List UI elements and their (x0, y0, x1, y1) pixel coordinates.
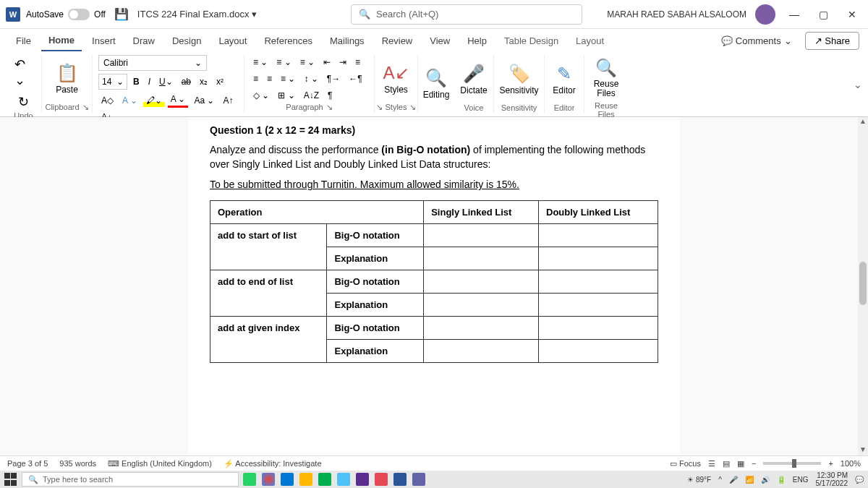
paste-button[interactable]: 📋 Paste (50, 60, 84, 98)
superscript-button[interactable]: x² (213, 75, 226, 88)
whatsapp-icon[interactable] (243, 473, 256, 486)
share-button[interactable]: ↗ Share (805, 32, 859, 50)
scroll-up-icon[interactable]: ▲ (858, 117, 868, 127)
multilevel-button[interactable]: ≡ ⌄ (297, 56, 318, 69)
maximize-button[interactable]: ▢ (813, 4, 833, 25)
notifications-icon[interactable]: 💬 (855, 476, 864, 484)
tab-design[interactable]: Design (165, 31, 208, 51)
align-left-button[interactable]: ≡ (352, 56, 363, 69)
tab-view[interactable]: View (422, 31, 457, 51)
app-icon[interactable] (318, 473, 331, 486)
tab-help[interactable]: Help (460, 31, 494, 51)
tab-mailings[interactable]: Mailings (323, 31, 372, 51)
decrease-indent-button[interactable]: ⇤ (320, 56, 333, 69)
strikethrough-button[interactable]: ab (179, 75, 194, 88)
align-right-button[interactable]: ≡ (264, 72, 275, 85)
tab-table-layout[interactable]: Layout (569, 31, 611, 51)
print-layout-button[interactable]: ▤ (723, 459, 730, 468)
line-spacing-button[interactable]: ↕ ⌄ (301, 72, 320, 85)
clipboard-launcher-icon[interactable]: ↘ (82, 103, 89, 112)
explorer-icon[interactable] (299, 473, 312, 486)
app-icon[interactable] (337, 473, 350, 486)
sensitivity-button[interactable]: 🏷️ Sensitivity (493, 61, 544, 98)
tab-layout[interactable]: Layout (211, 31, 254, 51)
styles-button[interactable]: A↙ Styles (378, 60, 415, 98)
numbering-button[interactable]: ≡ ⌄ (273, 56, 294, 69)
styles-launcher-icon[interactable]: ↘ (376, 103, 383, 112)
start-button[interactable] (4, 473, 17, 486)
store-icon[interactable] (281, 473, 294, 486)
app-icon[interactable] (375, 473, 388, 486)
focus-button[interactable]: ▭ Focus (670, 459, 701, 468)
teams-icon[interactable] (412, 473, 425, 486)
tray-battery-icon[interactable]: 🔋 (777, 476, 786, 484)
redo-button[interactable]: ↻ (15, 93, 32, 111)
zoom-out-button[interactable]: − (752, 459, 756, 468)
word-icon[interactable] (393, 473, 407, 486)
font-size-select[interactable]: 14⌄ (98, 74, 127, 90)
increase-indent-button[interactable]: ⇥ (336, 56, 349, 69)
close-button[interactable]: ✕ (842, 4, 862, 25)
page-content[interactable]: Question 1 (2 x 12 = 24 marks) Analyze a… (188, 117, 680, 455)
editor-button[interactable]: ✎ Editor (547, 61, 581, 98)
scroll-thumb[interactable] (859, 262, 867, 305)
undo-button[interactable]: ↶ ⌄ (12, 55, 35, 90)
clear-formatting-button[interactable]: A◇ (98, 94, 116, 107)
font-name-select[interactable]: Calibri⌄ (98, 55, 207, 71)
scroll-down-icon[interactable]: ▼ (858, 445, 868, 455)
comments-button[interactable]: 💬 Comments ⌄ (714, 33, 799, 49)
web-layout-button[interactable]: ▦ (737, 459, 744, 468)
reuse-files-button[interactable]: 🔍 Reuse Files (588, 55, 625, 101)
vs-icon[interactable] (356, 473, 369, 486)
vertical-scrollbar[interactable]: ▲ ▼ (858, 117, 868, 455)
minimize-button[interactable]: — (784, 4, 804, 25)
subscript-button[interactable]: x₂ (197, 75, 210, 88)
tray-mic-icon[interactable]: 🎤 (729, 476, 738, 484)
document-area[interactable]: Question 1 (2 x 12 = 24 marks) Analyze a… (0, 117, 868, 455)
save-icon[interactable]: 💾 (114, 7, 129, 21)
search-input[interactable]: 🔍 Search (Alt+Q) (351, 4, 582, 25)
tab-home[interactable]: Home (41, 30, 82, 51)
show-marks-button[interactable]: ¶ (325, 89, 335, 102)
tray-wifi-icon[interactable]: 📶 (745, 476, 754, 484)
tray-volume-icon[interactable]: 🔊 (761, 476, 770, 484)
read-mode-button[interactable]: ☰ (708, 459, 715, 468)
taskbar-search[interactable]: 🔍 Type here to search (22, 472, 239, 487)
accessibility-indicator[interactable]: ⚡ Accessibility: Investigate (224, 459, 322, 468)
grow-font-button[interactable]: A↑ (220, 94, 236, 107)
avatar[interactable] (755, 4, 775, 25)
collapse-ribbon-button[interactable]: ⌄ (854, 79, 862, 90)
rtl-button[interactable]: ←¶ (346, 72, 365, 85)
borders-button[interactable]: ⊞ ⌄ (275, 89, 297, 102)
tab-draw[interactable]: Draw (126, 31, 162, 51)
sort-button[interactable]: A↓Z (301, 89, 322, 102)
bullets-button[interactable]: ≡ ⌄ (250, 56, 271, 69)
zoom-in-button[interactable]: + (828, 459, 833, 468)
exam-table[interactable]: Operation Singly Linked List Doubly Link… (210, 200, 658, 363)
tab-insert[interactable]: Insert (85, 31, 123, 51)
tab-review[interactable]: Review (375, 31, 420, 51)
zoom-level[interactable]: 100% (841, 459, 861, 468)
change-case-button[interactable]: Aa ⌄ (191, 94, 217, 107)
language-indicator[interactable]: ⌨ English (United Kingdom) (108, 459, 212, 468)
language-button[interactable]: ENG (793, 476, 809, 484)
tray-chevron-icon[interactable]: ^ (718, 476, 722, 484)
shading-button[interactable]: ◇ ⌄ (250, 89, 272, 102)
page-indicator[interactable]: Page 3 of 5 (7, 459, 48, 468)
paragraph-launcher-icon[interactable]: ↘ (326, 103, 333, 112)
italic-button[interactable]: I (145, 75, 153, 88)
bold-button[interactable]: B (130, 75, 142, 88)
editing-button[interactable]: 🔍 Editing (417, 65, 456, 103)
styles-launcher-icon-2[interactable]: ↘ (409, 103, 416, 112)
zoom-slider[interactable] (763, 462, 821, 465)
word-count[interactable]: 935 words (59, 459, 96, 468)
autosave-toggle[interactable]: AutoSave Off (26, 9, 106, 20)
underline-button[interactable]: U ⌄ (156, 75, 176, 88)
highlight-button[interactable]: 🖍⌄ (143, 94, 165, 107)
tab-table-design[interactable]: Table Design (497, 31, 566, 51)
weather-widget[interactable]: ☀ 89°F (687, 476, 711, 484)
tab-references[interactable]: References (257, 31, 319, 51)
align-center-button[interactable]: ≡ (250, 72, 261, 85)
justify-button[interactable]: ≡ ⌄ (278, 72, 298, 85)
toggle-icon[interactable] (68, 9, 90, 20)
